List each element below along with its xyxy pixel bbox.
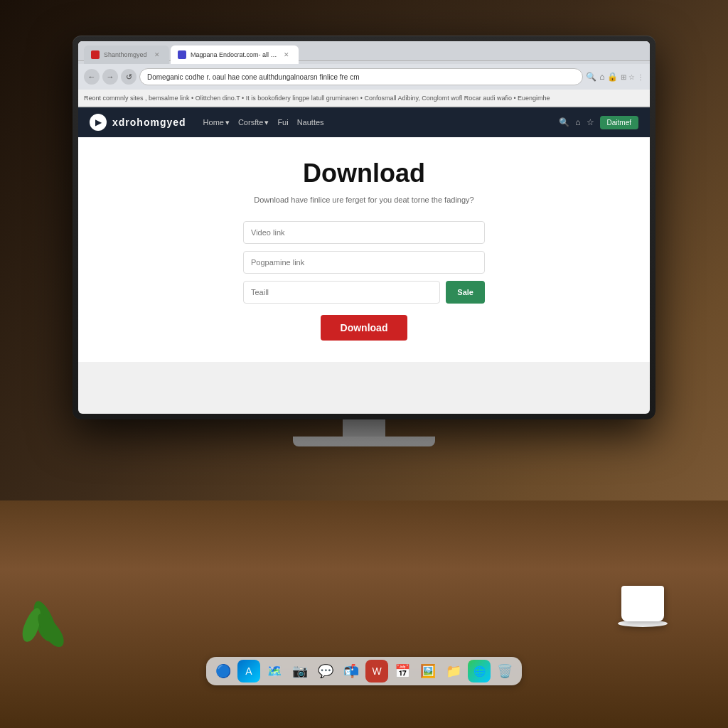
address-bar-row: ← → ↺ Domeganic codhe r. oaul hae cone a… [78, 64, 650, 90]
tab-label-1: Shanthomgyed [104, 51, 148, 58]
dock-item-trash[interactable]: 🗑️ [493, 660, 516, 682]
tab-label-2: Magpana Endocrat.com- all settings [191, 51, 277, 58]
dock-item-messages[interactable]: 💬 [314, 660, 337, 682]
chevron-down-icon-2: ▾ [264, 118, 269, 127]
text-input[interactable] [243, 281, 440, 304]
nav-link-fui[interactable]: Fui [277, 118, 288, 127]
tab-favicon-2 [178, 50, 186, 59]
bookmark-nav-icon[interactable]: ☆ [587, 117, 594, 127]
address-text: Domeganic codhe r. oaul hae cone aulthdu… [147, 73, 360, 81]
browser-tab-2[interactable]: Magpana Endocrat.com- all settings ✕ [171, 46, 299, 64]
logo-icon: ▶ [90, 114, 107, 131]
programme-link-input[interactable] [243, 251, 485, 274]
monitor-screen: Hend fea Invprato vibes Shanthomgyed ✕ M… [78, 41, 650, 414]
site-logo: ▶ xdrohomgyed [90, 114, 186, 131]
extensions-area: ⊞ ☆ ⋮ [621, 73, 644, 81]
text-save-row: Sale [243, 281, 485, 304]
imac-neck [343, 419, 385, 437]
nav-link-home[interactable]: Home ▾ [203, 118, 230, 127]
plant [21, 600, 64, 657]
dock-item-finder[interactable]: 🔵 [212, 660, 235, 682]
browser-tab-1[interactable]: Shanthomgyed ✕ [84, 46, 169, 64]
tab-close-2[interactable]: ✕ [282, 50, 291, 60]
bookmark-icon[interactable]: 🔍 [586, 72, 596, 82]
site-nav-links: Home ▾ Corsfte ▾ Fui Nauttes [203, 118, 324, 127]
bookmarks-text: Reont commnly sites , bemsalme link • Ol… [84, 95, 550, 102]
dock-item-camera[interactable]: 📷 [289, 660, 311, 682]
home-icon[interactable]: ⌂ [599, 72, 604, 82]
download-button[interactable]: Download [321, 315, 408, 341]
dock-item-appstore[interactable]: A [237, 660, 260, 682]
site-navbar: ▶ xdrohomgyed Home ▾ Corsfte ▾ Fui [78, 107, 650, 137]
home-nav-icon[interactable]: ⌂ [575, 117, 580, 127]
dock-item-app1[interactable]: 🌐 [468, 660, 491, 682]
dock-item-maps[interactable]: 🗺️ [263, 660, 286, 682]
nav-link-nauttes[interactable]: Nauttes [297, 118, 324, 127]
refresh-button[interactable]: ↺ [121, 69, 136, 85]
address-bar[interactable]: Domeganic codhe r. oaul hae cone aulthdu… [139, 68, 583, 85]
nav-actions: 🔍 ⌂ ☆ Daitmef [559, 116, 638, 129]
coffee-cup [614, 579, 671, 636]
plant-leaves [21, 600, 64, 657]
main-content: Download Download have finlice ure ferge… [78, 137, 650, 362]
forward-button[interactable]: → [102, 69, 118, 85]
tab-favicon-1 [91, 50, 100, 59]
dock-item-office[interactable]: W [365, 660, 388, 682]
security-icon: 🔒 [607, 72, 618, 82]
search-nav-icon[interactable]: 🔍 [559, 117, 569, 127]
nav-link-corsfte[interactable]: Corsfte ▾ [238, 118, 269, 127]
signin-button[interactable]: Daitmef [600, 116, 638, 129]
video-link-input[interactable] [243, 221, 485, 244]
page-title: Download [107, 159, 621, 188]
tab-close-1[interactable]: ✕ [152, 50, 162, 60]
page-subtitle: Download have finlice ure ferget for you… [107, 196, 621, 204]
dock-item-calendar[interactable]: 📅 [391, 660, 414, 682]
dock-item-photos[interactable]: 🖼️ [417, 660, 439, 682]
download-form: Sale Download [243, 221, 485, 341]
monitor-bezel: Hend fea Invprato vibes Shanthomgyed ✕ M… [73, 36, 655, 419]
back-button[interactable]: ← [84, 69, 100, 85]
chevron-down-icon: ▾ [225, 118, 230, 127]
save-button[interactable]: Sale [446, 281, 485, 304]
imac-monitor: Hend fea Invprato vibes Shanthomgyed ✕ M… [73, 36, 655, 462]
cup-body [621, 586, 664, 621]
logo-text: xdrohomgyed [112, 117, 186, 128]
dock-item-files[interactable]: 📁 [442, 660, 465, 682]
bookmarks-bar: Reont commnly sites , bemsalme link • Ol… [78, 90, 650, 107]
imac-base [293, 437, 435, 446]
browser-chrome: Hend fea Invprato vibes Shanthomgyed ✕ M… [78, 41, 650, 107]
dock-item-mail[interactable]: 📬 [340, 660, 363, 682]
dock: 🔵 A 🗺️ 📷 💬 📬 W 📅 🖼️ 📁 🌐 🗑️ [206, 657, 522, 685]
